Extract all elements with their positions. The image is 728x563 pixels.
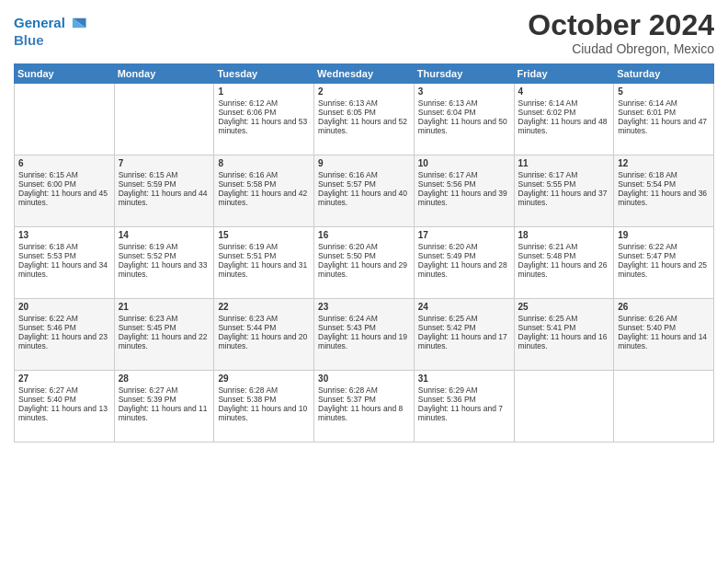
sunrise-text: Sunrise: 6:14 AM: [518, 98, 610, 108]
daylight-text: Daylight: 11 hours and 40 minutes.: [318, 189, 410, 207]
calendar-header-row: SundayMondayTuesdayWednesdayThursdayFrid…: [15, 64, 714, 84]
sunrise-text: Sunrise: 6:27 AM: [18, 385, 110, 395]
sunrise-text: Sunrise: 6:20 AM: [318, 242, 410, 251]
calendar-cell: 23Sunrise: 6:24 AMSunset: 5:43 PMDayligh…: [314, 299, 415, 371]
day-number: 19: [618, 230, 710, 240]
calendar-cell: 15Sunrise: 6:19 AMSunset: 5:51 PMDayligh…: [214, 227, 314, 299]
calendar-cell: 5Sunrise: 6:14 AMSunset: 6:01 PMDaylight…: [614, 84, 714, 155]
calendar-cell: [514, 371, 614, 442]
sunrise-text: Sunrise: 6:27 AM: [119, 385, 210, 395]
calendar-cell: 12Sunrise: 6:18 AMSunset: 5:54 PMDayligh…: [614, 155, 714, 227]
sunrise-text: Sunrise: 6:17 AM: [418, 170, 510, 179]
sunset-text: Sunset: 5:48 PM: [518, 251, 610, 260]
sunset-text: Sunset: 5:41 PM: [518, 323, 610, 332]
daylight-text: Daylight: 11 hours and 33 minutes.: [119, 260, 210, 279]
sunrise-text: Sunrise: 6:25 AM: [418, 314, 510, 323]
calendar-cell: 22Sunrise: 6:23 AMSunset: 5:44 PMDayligh…: [214, 299, 314, 371]
day-number: 22: [218, 302, 310, 312]
title-block: October 2024 Ciudad Obregon, Mexico: [528, 9, 714, 56]
sunset-text: Sunset: 5:40 PM: [18, 395, 110, 404]
sunrise-text: Sunrise: 6:13 AM: [418, 98, 510, 108]
day-number: 5: [618, 86, 710, 97]
calendar-cell: 4Sunrise: 6:14 AMSunset: 6:02 PMDaylight…: [514, 84, 614, 155]
sunrise-text: Sunrise: 6:15 AM: [18, 170, 110, 179]
sunrise-text: Sunrise: 6:18 AM: [18, 242, 110, 251]
day-number: 13: [18, 230, 110, 240]
sunset-text: Sunset: 5:52 PM: [119, 251, 210, 260]
day-number: 31: [418, 373, 510, 384]
daylight-text: Daylight: 11 hours and 29 minutes.: [318, 260, 410, 279]
sunrise-text: Sunrise: 6:29 AM: [418, 385, 510, 395]
calendar-cell: 25Sunrise: 6:25 AMSunset: 5:41 PMDayligh…: [514, 299, 614, 371]
day-number: 12: [618, 158, 710, 168]
sunrise-text: Sunrise: 6:15 AM: [119, 170, 210, 179]
daylight-text: Daylight: 11 hours and 44 minutes.: [119, 189, 210, 207]
sunset-text: Sunset: 5:43 PM: [318, 323, 410, 332]
weekday-header: Saturday: [614, 64, 714, 84]
daylight-text: Daylight: 11 hours and 11 minutes.: [119, 404, 210, 422]
sunrise-text: Sunrise: 6:20 AM: [418, 242, 510, 251]
daylight-text: Daylight: 11 hours and 16 minutes.: [518, 332, 610, 350]
calendar-cell: 19Sunrise: 6:22 AMSunset: 5:47 PMDayligh…: [614, 227, 714, 299]
day-number: 20: [18, 302, 110, 312]
daylight-text: Daylight: 11 hours and 34 minutes.: [18, 260, 110, 279]
day-number: 14: [119, 230, 210, 240]
sunset-text: Sunset: 5:58 PM: [218, 179, 310, 189]
sunset-text: Sunset: 5:38 PM: [218, 395, 310, 404]
daylight-text: Daylight: 11 hours and 37 minutes.: [518, 189, 610, 207]
calendar-cell: 8Sunrise: 6:16 AMSunset: 5:58 PMDaylight…: [214, 155, 314, 227]
header: General Blue October 2024 Ciudad Obregon…: [14, 9, 714, 56]
sunset-text: Sunset: 5:47 PM: [618, 251, 710, 260]
calendar-cell: 21Sunrise: 6:23 AMSunset: 5:45 PMDayligh…: [114, 299, 214, 371]
day-number: 8: [218, 158, 310, 168]
day-number: 24: [418, 302, 510, 312]
daylight-text: Daylight: 11 hours and 42 minutes.: [218, 189, 310, 207]
sunset-text: Sunset: 5:55 PM: [518, 179, 610, 189]
calendar-cell: 2Sunrise: 6:13 AMSunset: 6:05 PMDaylight…: [314, 84, 415, 155]
day-number: 10: [418, 158, 510, 168]
sunset-text: Sunset: 5:42 PM: [418, 323, 510, 332]
sunset-text: Sunset: 6:05 PM: [318, 108, 410, 117]
day-number: 21: [119, 302, 210, 312]
day-number: 9: [318, 158, 410, 168]
day-number: 16: [318, 230, 410, 240]
daylight-text: Daylight: 11 hours and 23 minutes.: [18, 332, 110, 350]
daylight-text: Daylight: 11 hours and 8 minutes.: [318, 404, 410, 422]
day-number: 4: [518, 86, 610, 97]
daylight-text: Daylight: 11 hours and 36 minutes.: [618, 189, 710, 207]
weekday-header: Thursday: [414, 64, 514, 84]
calendar-cell: 31Sunrise: 6:29 AMSunset: 5:36 PMDayligh…: [414, 371, 514, 442]
daylight-text: Daylight: 11 hours and 47 minutes.: [618, 117, 710, 135]
calendar-cell: 16Sunrise: 6:20 AMSunset: 5:50 PMDayligh…: [314, 227, 415, 299]
weekday-header: Sunday: [15, 64, 115, 84]
sunrise-text: Sunrise: 6:18 AM: [618, 170, 710, 179]
day-number: 23: [318, 302, 410, 312]
calendar-cell: 6Sunrise: 6:15 AMSunset: 6:00 PMDaylight…: [15, 155, 115, 227]
calendar-cell: 17Sunrise: 6:20 AMSunset: 5:49 PMDayligh…: [414, 227, 514, 299]
calendar-cell: 14Sunrise: 6:19 AMSunset: 5:52 PMDayligh…: [114, 227, 214, 299]
calendar-cell: 27Sunrise: 6:27 AMSunset: 5:40 PMDayligh…: [15, 371, 115, 442]
calendar-week-row: 6Sunrise: 6:15 AMSunset: 6:00 PMDaylight…: [15, 155, 714, 227]
sunrise-text: Sunrise: 6:28 AM: [218, 385, 310, 395]
day-number: 11: [518, 158, 610, 168]
sunset-text: Sunset: 5:59 PM: [119, 179, 210, 189]
location: Ciudad Obregon, Mexico: [528, 41, 714, 56]
calendar-cell: [15, 84, 115, 155]
sunrise-text: Sunrise: 6:22 AM: [18, 314, 110, 323]
daylight-text: Daylight: 11 hours and 7 minutes.: [418, 404, 510, 422]
daylight-text: Daylight: 11 hours and 14 minutes.: [618, 332, 710, 350]
sunset-text: Sunset: 5:49 PM: [418, 251, 510, 260]
day-number: 26: [618, 302, 710, 312]
sunrise-text: Sunrise: 6:25 AM: [518, 314, 610, 323]
daylight-text: Daylight: 11 hours and 25 minutes.: [618, 260, 710, 279]
sunrise-text: Sunrise: 6:28 AM: [318, 385, 410, 395]
calendar-week-row: 1Sunrise: 6:12 AMSunset: 6:06 PMDaylight…: [15, 84, 714, 155]
sunset-text: Sunset: 5:40 PM: [618, 323, 710, 332]
sunset-text: Sunset: 5:36 PM: [418, 395, 510, 404]
sunrise-text: Sunrise: 6:22 AM: [618, 242, 710, 251]
daylight-text: Daylight: 11 hours and 10 minutes.: [218, 404, 310, 422]
sunset-text: Sunset: 5:46 PM: [18, 323, 110, 332]
calendar-cell: 3Sunrise: 6:13 AMSunset: 6:04 PMDaylight…: [414, 84, 514, 155]
weekday-header: Monday: [114, 64, 214, 84]
sunrise-text: Sunrise: 6:16 AM: [218, 170, 310, 179]
